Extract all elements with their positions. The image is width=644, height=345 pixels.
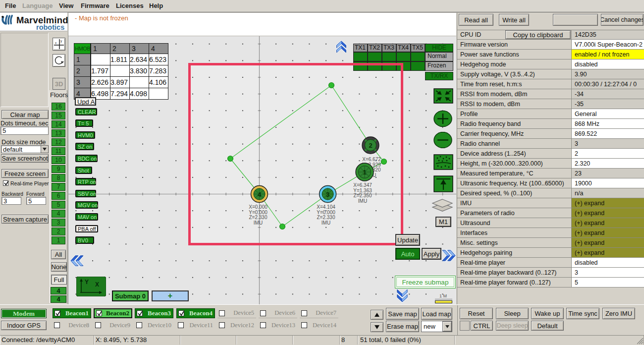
- svg-text:X: X: [95, 281, 99, 288]
- svg-text:y: y: [60, 39, 62, 43]
- svg-text:Y: Y: [85, 279, 89, 286]
- svg-text:x: x: [55, 41, 57, 45]
